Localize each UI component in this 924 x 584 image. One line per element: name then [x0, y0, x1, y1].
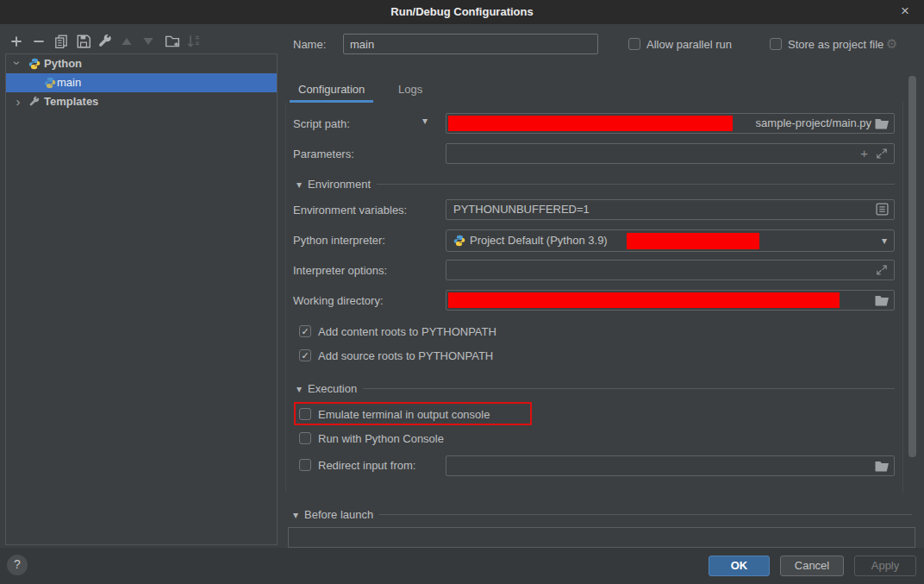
- tree-item-templates[interactable]: › Templates: [6, 92, 277, 111]
- parameters-field[interactable]: +: [446, 143, 895, 164]
- folder-icon[interactable]: [875, 117, 890, 129]
- dialog-title: Run/Debug Configurations: [0, 0, 924, 24]
- expand-field-icon[interactable]: [876, 148, 888, 160]
- move-up-icon[interactable]: [119, 34, 134, 49]
- section-title: Before launch: [304, 508, 373, 521]
- script-path-value: sample-project/main.py: [756, 116, 871, 129]
- interpreter-options-field[interactable]: [446, 260, 895, 280]
- pane-right-border: [902, 103, 903, 493]
- environment-variables-label: Environment variables:: [293, 204, 407, 217]
- store-as-project-file-checkbox[interactable]: [770, 38, 782, 50]
- add-configuration-icon[interactable]: [9, 34, 24, 49]
- tab-configuration[interactable]: Configuration: [290, 79, 373, 103]
- save-configuration-icon[interactable]: [76, 34, 91, 49]
- allow-parallel-run-checkbox[interactable]: [628, 38, 640, 50]
- emulate-terminal-label: Emulate terminal in output console: [318, 408, 490, 421]
- cancel-button[interactable]: Cancel: [780, 556, 844, 576]
- configurations-tree: › Python main › Templates: [5, 53, 278, 545]
- add-content-roots-label: Add content roots to PYTHONPATH: [318, 325, 496, 338]
- check-icon: ✓: [301, 326, 309, 336]
- close-icon[interactable]: ×: [895, 0, 915, 24]
- edit-variables-icon[interactable]: [876, 203, 889, 216]
- python-icon: [44, 77, 56, 89]
- python-icon: [28, 58, 41, 70]
- remove-configuration-icon[interactable]: [31, 34, 47, 49]
- run-with-python-console-label: Run with Python Console: [318, 432, 444, 445]
- redirect-input-field[interactable]: [446, 455, 895, 476]
- wrench-icon: [28, 96, 41, 108]
- ok-button[interactable]: OK: [709, 556, 770, 576]
- python-interpreter-label: Python interpreter:: [293, 234, 385, 247]
- section-title: Execution: [308, 382, 357, 395]
- script-path-caret-icon[interactable]: ▾: [422, 115, 428, 127]
- add-source-roots-checkbox[interactable]: ✓: [299, 349, 311, 361]
- collapse-triangle-icon[interactable]: ▾: [293, 509, 298, 521]
- sort-alphabetically-icon[interactable]: [186, 34, 202, 49]
- settings-gear-icon[interactable]: ⚙: [886, 36, 897, 52]
- tree-item-main-selected[interactable]: main: [6, 73, 277, 92]
- python-icon: [453, 235, 465, 247]
- new-folder-icon[interactable]: [165, 34, 180, 49]
- script-path-label: Script path:: [293, 117, 350, 130]
- collapse-triangle-icon[interactable]: ▾: [297, 179, 302, 191]
- folder-icon[interactable]: [875, 294, 890, 306]
- tree-item-label: Python: [44, 54, 82, 73]
- environment-variables-value: PYTHONUNBUFFERED=1: [453, 203, 590, 216]
- redirect-input-label: Redirect input from:: [318, 459, 415, 472]
- name-label: Name:: [293, 38, 326, 51]
- expand-field-icon[interactable]: [876, 264, 888, 276]
- collapse-triangle-icon[interactable]: ▾: [297, 383, 302, 395]
- run-debug-configurations-dialog: Run/Debug Configurations × › Python: [0, 0, 924, 584]
- chevron-right-icon[interactable]: ›: [13, 92, 23, 111]
- move-down-icon[interactable]: [140, 34, 156, 49]
- before-launch-task-list[interactable]: [288, 527, 915, 548]
- name-input[interactable]: [343, 34, 598, 54]
- add-source-roots-label: Add source roots to PYTHONPATH: [318, 349, 493, 362]
- title-bar: Run/Debug Configurations ×: [0, 0, 924, 24]
- python-interpreter-value: Project Default (Python 3.9): [470, 234, 608, 247]
- tree-item-python[interactable]: › Python: [6, 54, 277, 73]
- section-rule: [377, 184, 895, 185]
- parameters-label: Parameters:: [293, 148, 354, 160]
- allow-parallel-run-label: Allow parallel run: [646, 38, 732, 51]
- run-with-python-console-checkbox[interactable]: [299, 432, 311, 444]
- chevron-down-icon[interactable]: ›: [8, 58, 27, 68]
- redaction-overlay: [448, 116, 733, 131]
- working-directory-label: Working directory:: [293, 294, 384, 307]
- check-icon: ✓: [301, 350, 309, 361]
- apply-button[interactable]: Apply: [854, 556, 916, 576]
- emulate-terminal-checkbox[interactable]: [299, 408, 311, 420]
- tab-logs[interactable]: Logs: [390, 79, 431, 103]
- tree-item-label: main: [57, 73, 81, 92]
- section-rule: [379, 514, 912, 515]
- environment-variables-field[interactable]: PYTHONUNBUFFERED=1: [446, 199, 895, 220]
- add-content-roots-checkbox[interactable]: ✓: [299, 325, 311, 337]
- add-macro-icon[interactable]: +: [860, 146, 868, 160]
- copy-configuration-icon[interactable]: [53, 34, 69, 49]
- interpreter-options-label: Interpreter options:: [293, 264, 387, 277]
- edit-templates-wrench-icon[interactable]: [97, 34, 113, 49]
- store-as-project-file-label: Store as project file: [788, 38, 883, 51]
- help-button[interactable]: ?: [7, 555, 28, 575]
- combobox-caret-icon[interactable]: ▾: [882, 235, 887, 247]
- execution-section-header[interactable]: ▾ Execution: [297, 382, 895, 395]
- folder-icon[interactable]: [875, 460, 890, 472]
- script-path-field[interactable]: sample-project/main.py: [446, 113, 895, 134]
- redaction-overlay: [448, 292, 840, 308]
- redirect-input-checkbox[interactable]: [299, 459, 311, 471]
- section-rule: [363, 388, 895, 389]
- redaction-overlay: [627, 233, 759, 249]
- tree-item-label: Templates: [44, 92, 98, 111]
- section-title: Environment: [308, 178, 371, 191]
- working-directory-field[interactable]: [446, 290, 895, 311]
- environment-section-header[interactable]: ▾ Environment: [297, 178, 895, 191]
- pane-left-border: [285, 103, 286, 493]
- python-interpreter-combobox[interactable]: Project Default (Python 3.9) ▾: [446, 229, 895, 252]
- before-launch-section-header[interactable]: ▾ Before launch: [293, 508, 912, 521]
- vertical-scrollbar[interactable]: [908, 76, 916, 457]
